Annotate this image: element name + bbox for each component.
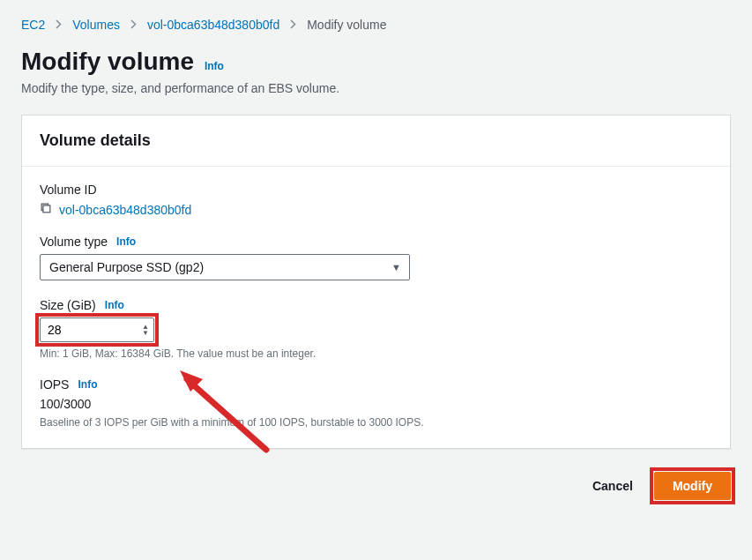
chevron-right-icon [290, 18, 296, 32]
info-link[interactable]: Info [205, 60, 224, 72]
size-label: Size (GiB) [40, 298, 96, 312]
breadcrumb: EC2 Volumes vol-0bca63b48d380b0fd Modify… [21, 18, 731, 32]
volume-type-field: Volume type Info General Purpose SSD (gp… [40, 235, 712, 280]
size-input[interactable] [40, 317, 154, 342]
size-hint: Min: 1 GiB, Max: 16384 GiB. The value mu… [40, 347, 712, 360]
volume-id-field: Volume ID vol-0bca63b48d380b0fd [40, 183, 712, 217]
modify-button-highlight: Modify [654, 472, 731, 500]
info-link[interactable]: Info [116, 235, 136, 248]
size-field: Size (GiB) Info ▲▼ Min: 1 GiB, Max: 1638… [40, 298, 712, 360]
breadcrumb-volume-id[interactable]: vol-0bca63b48d380b0fd [147, 18, 279, 32]
iops-hint: Baseline of 3 IOPS per GiB with a minimu… [40, 416, 712, 429]
breadcrumb-ec2[interactable]: EC2 [21, 18, 45, 32]
info-link[interactable]: Info [105, 299, 124, 311]
iops-value: 100/3000 [40, 397, 712, 411]
panel-header: Volume details [22, 116, 730, 167]
iops-field: IOPS Info 100/3000 Baseline of 3 IOPS pe… [40, 377, 712, 429]
stepper-icon[interactable]: ▲▼ [142, 324, 149, 336]
iops-label: IOPS [40, 377, 69, 392]
volume-details-panel: Volume details Volume ID vol-0bca63b48d3… [21, 115, 731, 449]
action-bar: Cancel Modify [21, 472, 731, 500]
breadcrumb-current: Modify volume [307, 18, 386, 32]
size-input-highlight: ▲▼ [40, 317, 154, 342]
modify-button[interactable]: Modify [654, 472, 731, 500]
chevron-right-icon [130, 18, 137, 32]
page-title: Modify volume [21, 48, 194, 76]
volume-type-select[interactable]: General Purpose SSD (gp2) [40, 254, 410, 280]
volume-id-link[interactable]: vol-0bca63b48d380b0fd [59, 203, 191, 217]
chevron-right-icon [56, 18, 62, 32]
panel-title: Volume details [40, 131, 712, 150]
volume-id-label: Volume ID [40, 183, 712, 197]
svg-rect-0 [43, 205, 50, 213]
info-link[interactable]: Info [78, 378, 97, 391]
copy-icon[interactable] [40, 202, 52, 217]
volume-type-label: Volume type [40, 235, 108, 249]
page-header: Modify volume Info Modify the type, size… [21, 48, 731, 95]
cancel-button[interactable]: Cancel [587, 472, 638, 500]
page-subtitle: Modify the type, size, and performance o… [21, 81, 731, 95]
breadcrumb-volumes[interactable]: Volumes [72, 18, 120, 32]
